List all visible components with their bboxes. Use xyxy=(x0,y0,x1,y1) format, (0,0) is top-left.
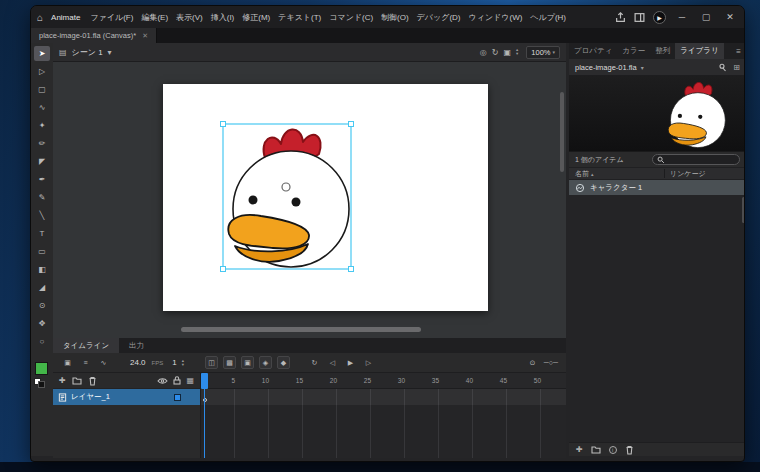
pencil-tool[interactable]: ✎ xyxy=(34,190,50,205)
menu-debug[interactable]: デバッグ(D) xyxy=(417,12,461,23)
item-properties-icon[interactable]: i xyxy=(609,446,617,454)
clip-content-icon[interactable]: ▣ xyxy=(503,48,511,57)
close-button[interactable]: ✕ xyxy=(722,12,738,22)
menu-edit[interactable]: 編集(E) xyxy=(141,12,168,23)
library-search-input[interactable] xyxy=(652,154,740,165)
menu-commands[interactable]: コマンド(C) xyxy=(329,12,373,23)
stage-artwork[interactable] xyxy=(163,84,488,311)
layer-name[interactable]: レイヤー_1 xyxy=(71,392,170,402)
tab-properties[interactable]: プロパティ xyxy=(569,43,617,59)
frame-stepper[interactable]: ▴ ▾ xyxy=(182,359,184,367)
stepper-down-icon[interactable]: ▾ xyxy=(516,52,518,56)
edit-multiple-frames-icon[interactable]: ▣ xyxy=(241,356,254,369)
new-symbol-icon[interactable]: ✚ xyxy=(576,445,583,454)
lasso-tool[interactable]: ∿ xyxy=(34,100,50,115)
layer-depth-icon[interactable]: ≡ xyxy=(79,356,92,369)
home-icon[interactable]: ⌂ xyxy=(37,12,43,23)
outline-column-icon[interactable]: ▦ xyxy=(186,376,194,385)
tab-close-icon[interactable]: ✕ xyxy=(142,32,148,40)
loop-icon[interactable]: ↻ xyxy=(308,356,321,369)
frame-zone[interactable]: 5 10 15 20 25 30 35 40 45 50 xyxy=(201,373,566,458)
library-document-select[interactable]: place-image-01.fla xyxy=(575,63,637,72)
frame-grid[interactable] xyxy=(201,389,566,458)
onion-outline-icon[interactable]: ▩ xyxy=(223,356,236,369)
asset-warp-tool[interactable]: ⊙ xyxy=(34,298,50,313)
paint-bucket-tool[interactable]: ◧ xyxy=(34,262,50,277)
tab-align[interactable]: 整列 xyxy=(650,43,675,59)
frame-ruler[interactable]: 5 10 15 20 25 30 35 40 45 50 xyxy=(201,373,566,389)
zoom-tool[interactable]: ○ xyxy=(34,334,50,349)
document-tab[interactable]: place-image-01.fla (Canvas)* ✕ xyxy=(31,28,157,43)
rotate-view-icon[interactable]: ↻ xyxy=(492,48,499,57)
zoom-select[interactable]: 100% ▾ xyxy=(526,46,560,59)
menu-insert[interactable]: 挿入(I) xyxy=(211,12,235,23)
selection-handle-bl[interactable] xyxy=(221,267,226,272)
column-name[interactable]: 名前 ▴ xyxy=(569,169,594,179)
subselection-tool[interactable]: ▷ xyxy=(34,64,50,79)
play-icon[interactable]: ▶ xyxy=(344,356,357,369)
pin-library-icon[interactable] xyxy=(718,63,727,72)
frame-graph-icon[interactable]: ∿ xyxy=(97,356,110,369)
scene-chevron-icon[interactable]: ▾ xyxy=(108,48,112,57)
onion-skin-icon[interactable]: ◫ xyxy=(205,356,218,369)
eraser-tool[interactable]: ◤ xyxy=(34,154,50,169)
layer-frame-strip[interactable] xyxy=(201,389,566,405)
workspace-icon[interactable] xyxy=(634,12,645,23)
modify-markers-icon[interactable]: ◈ xyxy=(259,356,272,369)
tab-library[interactable]: ライブラリ xyxy=(675,43,723,59)
document-chevron-icon[interactable]: ▾ xyxy=(641,64,644,71)
tab-output[interactable]: 出力 xyxy=(119,338,154,353)
delete-item-icon[interactable] xyxy=(625,445,634,455)
zoom-stepper[interactable]: ▴ ▾ xyxy=(516,48,518,56)
line-tool[interactable]: ╲ xyxy=(34,208,50,223)
fluid-brush-tool[interactable]: ✦ xyxy=(34,118,50,133)
hand-tool[interactable]: ✥ xyxy=(34,316,50,331)
frame-stepper-down-icon[interactable]: ▾ xyxy=(182,363,184,367)
selection-handle-tl[interactable] xyxy=(221,122,226,127)
column-divider[interactable] xyxy=(664,169,665,178)
horizontal-scrollbar[interactable] xyxy=(181,327,421,332)
menu-control[interactable]: 制御(O) xyxy=(381,12,409,23)
layer-row[interactable]: レイヤー_1 xyxy=(53,389,200,405)
pasteboard[interactable] xyxy=(53,62,566,338)
library-empty-area[interactable] xyxy=(569,195,745,442)
new-library-panel-icon[interactable]: ⊞ xyxy=(733,63,740,72)
menu-modify[interactable]: 修正(M) xyxy=(242,12,270,23)
vertical-scrollbar[interactable] xyxy=(560,92,564,172)
new-folder-icon[interactable] xyxy=(72,376,82,385)
onion-range-icon[interactable]: ─○─ xyxy=(544,356,558,369)
scene-name[interactable]: シーン 1 xyxy=(72,47,103,58)
selection-tool[interactable]: ➤ xyxy=(34,46,50,61)
selection-handle-tr[interactable] xyxy=(349,122,354,127)
eyedropper-tool[interactable]: ◢ xyxy=(34,280,50,295)
current-frame-field[interactable]: 1 xyxy=(172,358,176,367)
library-scrollbar[interactable] xyxy=(742,197,745,223)
text-tool[interactable]: T xyxy=(34,226,50,241)
free-transform-tool[interactable]: ▢ xyxy=(34,82,50,97)
menu-text[interactable]: テキスト(T) xyxy=(278,12,321,23)
rectangle-tool[interactable]: ▭ xyxy=(34,244,50,259)
transform-point[interactable] xyxy=(282,183,290,191)
chicken-drawing[interactable] xyxy=(228,129,349,267)
tab-timeline[interactable]: タイムライン xyxy=(53,338,119,353)
focus-stage-icon[interactable]: ◎ xyxy=(480,48,487,57)
menu-window[interactable]: ウィンドウ(W) xyxy=(469,12,523,23)
add-layer-icon[interactable]: ✚ xyxy=(59,376,66,385)
step-back-icon[interactable]: ◁ xyxy=(326,356,339,369)
playhead[interactable] xyxy=(201,373,208,389)
default-colors-black-swatch[interactable] xyxy=(38,381,45,388)
layer-outline-color-chip[interactable] xyxy=(174,394,181,401)
menu-file[interactable]: ファイル(F) xyxy=(90,12,133,23)
new-folder-icon[interactable] xyxy=(591,445,601,454)
auto-keyframe-icon[interactable]: ◆ xyxy=(277,356,290,369)
eye-icon[interactable] xyxy=(157,377,168,385)
camera-icon[interactable]: ▣ xyxy=(61,356,74,369)
menu-view[interactable]: 表示(V) xyxy=(176,12,203,23)
minimize-button[interactable]: ─ xyxy=(674,12,690,22)
pen-tool[interactable]: ✒ xyxy=(34,172,50,187)
tab-color[interactable]: カラー xyxy=(617,43,650,59)
center-frame-icon[interactable]: ⊙ xyxy=(526,356,539,369)
panel-menu-icon[interactable]: ≡ xyxy=(736,47,741,56)
menu-help[interactable]: ヘルプ(H) xyxy=(530,12,566,23)
library-item-row[interactable]: キャラクター 1 xyxy=(569,180,745,195)
